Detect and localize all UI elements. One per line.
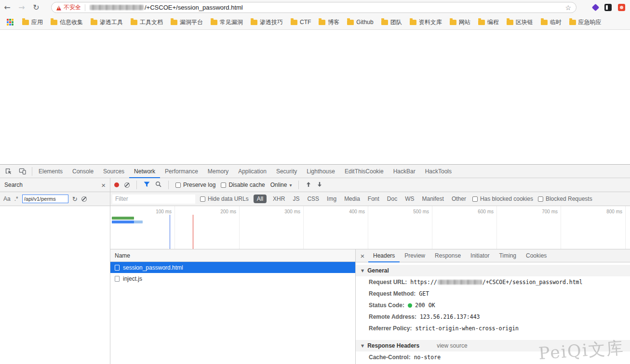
address-bar[interactable]: ▲ 不安全 /+CSCOE+/session_password.html ☆ [51,2,576,13]
filter-type-manifest[interactable]: Manifest [421,195,445,203]
filter-type-xhr[interactable]: XHR [271,195,286,203]
security-warning-label[interactable]: 不安全 [64,3,81,12]
bookmark-item[interactable]: 信息收集 [47,18,87,26]
bookmark-item[interactable]: 区块链 [503,18,537,26]
tab-performance[interactable]: Performance [160,165,203,178]
general-section-header[interactable]: ▼ General [356,265,630,276]
bookmark-item[interactable]: 资料文库 [406,18,446,26]
bookmark-item[interactable]: 团队 [377,18,406,26]
clear-network-log-icon[interactable] [124,182,130,188]
tab-lighthouse[interactable]: Lighthouse [302,165,340,178]
checkbox-icon[interactable] [200,196,205,202]
filter-type-other[interactable]: Other [450,195,468,203]
filter-funnel-icon[interactable] [144,182,150,189]
tab-security[interactable]: Security [271,165,302,178]
filter-type-ws[interactable]: WS [403,195,416,203]
filter-type-all[interactable]: All [254,195,267,203]
bookmark-item[interactable]: 博客 [315,18,343,26]
extension-dark-icon[interactable] [604,4,612,11]
filter-type-doc[interactable]: Doc [386,195,399,203]
filter-type-js[interactable]: JS [291,195,301,203]
tab-memory[interactable]: Memory [203,165,233,178]
extension-gem-icon[interactable] [592,4,600,12]
record-icon[interactable] [114,182,119,187]
preserve-log-checkbox[interactable]: Preserve log [175,182,215,188]
tab-response[interactable]: Response [430,249,466,262]
search-input[interactable] [22,195,68,203]
status-ok-icon [408,303,412,308]
tab-editthiscookie[interactable]: EditThisCookie [340,165,389,178]
forward-icon[interactable]: → [14,3,29,12]
throttling-dropdown[interactable]: Online ▾ [270,182,292,188]
apps-grid-icon[interactable] [7,19,13,26]
extension-red-icon[interactable] [618,4,625,11]
gridline [239,206,240,249]
bookmark-label: 渗透技巧 [260,18,283,26]
filter-type-media[interactable]: Media [343,195,362,203]
bookmark-item[interactable]: 常见漏洞 [207,18,247,26]
bookmark-item[interactable]: 应用 [18,18,47,26]
tab-console[interactable]: Console [67,165,98,178]
tab-timing[interactable]: Timing [494,249,521,262]
close-icon[interactable]: × [101,182,106,189]
view-source-link[interactable]: view source [437,342,467,349]
close-icon[interactable]: × [357,249,368,262]
tab-label: Initiator [470,252,489,259]
tab-sources[interactable]: Sources [98,165,129,178]
tab-headers[interactable]: Headers [368,249,400,262]
bookmark-item[interactable]: Github [343,19,377,26]
disable-cache-checkbox[interactable]: Disable cache [221,182,265,188]
filter-type-font[interactable]: Font [366,195,381,203]
tab-elements[interactable]: Elements [34,165,67,178]
section-title: General [367,267,389,274]
request-row[interactable]: session_password.html [110,262,355,273]
request-row[interactable]: inject.js [110,273,355,284]
back-icon[interactable]: ← [0,3,14,12]
checkbox-icon[interactable] [175,182,181,188]
checkbox-icon[interactable] [472,196,478,202]
name-column-header[interactable]: Name [110,249,355,262]
response-headers-section-header[interactable]: ▼ Response Headers view source [356,340,630,351]
tab-application[interactable]: Application [233,165,271,178]
inspect-element-icon[interactable] [2,166,14,177]
bookmark-item[interactable]: 渗透技巧 [247,18,287,26]
bookmark-item[interactable]: 工具文档 [127,18,167,26]
security-warning-icon[interactable]: ▲ [56,4,61,11]
checkbox-icon[interactable] [221,182,226,188]
tab-hackbar[interactable]: HackBar [389,165,420,178]
has-blocked-cookies-checkbox[interactable]: Has blocked cookies [472,195,533,202]
tab-hacktools[interactable]: HackTools [420,165,456,178]
bookmark-item[interactable]: CTF [287,19,315,26]
bookmark-label: 网站 [459,18,470,26]
tab-initiator[interactable]: Initiator [466,249,494,262]
hide-data-urls-checkbox[interactable]: Hide data URLs [200,195,249,202]
refresh-icon[interactable]: ↻ [72,196,78,202]
filter-type-img[interactable]: Img [325,195,338,203]
bookmark-item[interactable]: 临时 [537,18,565,26]
export-har-icon[interactable] [317,182,322,189]
bookmark-star-icon[interactable]: ☆ [565,4,571,12]
device-toolbar-icon[interactable] [16,166,28,177]
bookmark-item[interactable]: 编程 [474,18,503,26]
tab-network[interactable]: Network [129,165,160,178]
time-tick: 600 ms [465,209,494,214]
match-case-toggle[interactable]: Aa [3,195,11,202]
checkbox-icon[interactable] [538,196,543,202]
bookmark-item[interactable]: 漏洞平台 [167,18,207,26]
filter-type-css[interactable]: CSS [306,195,321,203]
network-overview-timeline[interactable]: 100 ms 200 ms 300 ms 400 ms 500 ms 600 m… [110,206,630,249]
bookmark-item[interactable]: 网站 [446,18,474,26]
request-name: inject.js [123,275,142,282]
tab-cookies[interactable]: Cookies [521,249,551,262]
regex-toggle[interactable]: .* [14,195,18,202]
blocked-requests-checkbox[interactable]: Blocked Requests [538,195,592,202]
tab-preview[interactable]: Preview [400,249,430,262]
clear-search-icon[interactable] [81,196,87,202]
search-network-icon[interactable] [155,181,161,189]
bookmark-item[interactable]: 渗透工具 [87,18,127,26]
reload-icon[interactable]: ↻ [29,3,43,12]
import-har-icon[interactable] [306,182,311,189]
network-filter-input[interactable] [112,195,195,204]
folder-icon [319,20,325,25]
bookmark-item[interactable]: 应急响应 [565,18,605,26]
